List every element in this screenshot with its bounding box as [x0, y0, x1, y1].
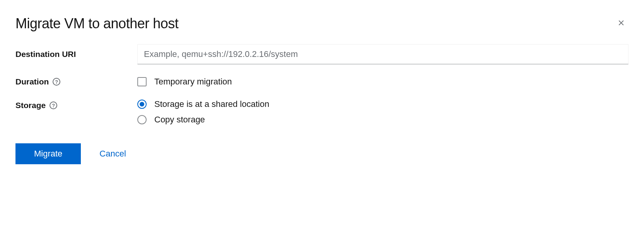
- temporary-migration-checkbox[interactable]: [137, 77, 147, 86]
- modal-title: Migrate VM to another host: [15, 15, 178, 32]
- modal-header: Migrate VM to another host: [15, 15, 629, 32]
- storage-copy-radio-wrapper[interactable]: Copy storage: [137, 115, 629, 125]
- migrate-vm-modal: Migrate VM to another host Destination U…: [15, 15, 629, 164]
- destination-row: Destination URI: [15, 44, 629, 64]
- help-icon[interactable]: ?: [50, 101, 57, 109]
- duration-label: Duration ?: [15, 77, 137, 86]
- storage-label: Storage ?: [15, 99, 137, 110]
- storage-copy-label: Copy storage: [154, 115, 205, 125]
- storage-control: Storage is at a shared location Copy sto…: [137, 99, 629, 125]
- destination-control: [137, 44, 629, 64]
- modal-footer: Migrate Cancel: [15, 143, 629, 164]
- storage-radio-group: Storage is at a shared location Copy sto…: [137, 99, 629, 125]
- close-button[interactable]: [614, 15, 629, 30]
- storage-copy-radio[interactable]: [137, 115, 147, 124]
- close-icon: [617, 19, 625, 27]
- temporary-migration-label: Temporary migration: [154, 77, 232, 87]
- temporary-migration-checkbox-wrapper[interactable]: Temporary migration: [137, 77, 629, 87]
- migrate-button[interactable]: Migrate: [15, 143, 81, 164]
- storage-row: Storage ? Storage is at a shared locatio…: [15, 99, 629, 125]
- cancel-button[interactable]: Cancel: [99, 149, 126, 159]
- help-icon[interactable]: ?: [53, 78, 60, 86]
- destination-label: Destination URI: [15, 50, 137, 59]
- duration-control: Temporary migration: [137, 77, 629, 87]
- storage-shared-label: Storage is at a shared location: [154, 99, 269, 109]
- duration-row: Duration ? Temporary migration: [15, 77, 629, 87]
- duration-label-text: Duration: [15, 77, 49, 86]
- storage-shared-radio-wrapper[interactable]: Storage is at a shared location: [137, 99, 629, 109]
- destination-uri-input[interactable]: [137, 44, 629, 64]
- storage-label-text: Storage: [15, 101, 46, 110]
- storage-shared-radio[interactable]: [137, 100, 147, 109]
